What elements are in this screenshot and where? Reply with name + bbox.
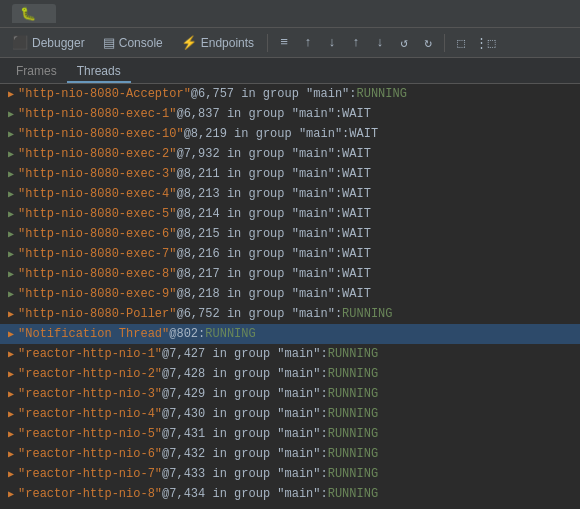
thread-arrow-icon: ▶ xyxy=(8,348,14,360)
thread-status: RUNNING xyxy=(328,367,378,381)
thread-status: WAIT xyxy=(342,167,371,181)
list-item[interactable]: ▶"http-nio-8080-exec-1"@6,837 in group "… xyxy=(0,104,580,124)
tab-console[interactable]: ▤ Console xyxy=(95,32,171,53)
title-bar: 🐛 xyxy=(0,0,580,28)
toolbar-separator-2 xyxy=(444,34,445,52)
thread-info: @6,757 in group "main": xyxy=(191,87,357,101)
list-item[interactable]: ▶"http-nio-8080-exec-10"@8,219 in group … xyxy=(0,124,580,144)
thread-name: "reactor-http-nio-4" xyxy=(18,407,162,421)
list-item[interactable]: ▶"http-nio-8080-exec-5"@8,214 in group "… xyxy=(0,204,580,224)
thread-name: "http-nio-8080-exec-4" xyxy=(18,187,176,201)
list-item[interactable]: ▶"reactor-http-nio-6"@7,432 in group "ma… xyxy=(0,444,580,464)
tab-debugger[interactable]: ⬛ Debugger xyxy=(4,32,93,53)
thread-info: @7,434 in group "main": xyxy=(162,487,328,501)
thread-status: WAIT xyxy=(342,147,371,161)
list-item[interactable]: ▶"Notification Thread"@802: RUNNING xyxy=(0,324,580,344)
toolbar-grid-btn[interactable]: ⋮⬚ xyxy=(474,32,496,54)
thread-status: RUNNING xyxy=(205,327,255,341)
thread-info: @6,837 in group "main": xyxy=(176,107,342,121)
toolbar-step-down-btn[interactable]: ↓ xyxy=(321,32,343,54)
thread-info: @8,218 in group "main": xyxy=(176,287,342,301)
thread-name: "http-nio-8080-exec-6" xyxy=(18,227,176,241)
list-item[interactable]: ▶"http-nio-8080-Acceptor"@6,757 in group… xyxy=(0,84,580,104)
thread-name: "http-nio-8080-Poller" xyxy=(18,307,176,321)
thread-arrow-icon: ▶ xyxy=(8,228,14,240)
list-item[interactable]: ▶"reactor-http-nio-2"@7,428 in group "ma… xyxy=(0,364,580,384)
list-item[interactable]: ▶"http-nio-8080-exec-9"@8,218 in group "… xyxy=(0,284,580,304)
thread-status: RUNNING xyxy=(328,487,378,501)
title-tab[interactable]: 🐛 xyxy=(12,4,56,23)
thread-info: @8,219 in group "main": xyxy=(184,127,350,141)
toolbar-refresh-btn[interactable]: ↺ xyxy=(393,32,415,54)
list-item[interactable]: ▶"http-nio-8080-exec-6"@8,215 in group "… xyxy=(0,224,580,244)
sub-tabs: Frames Threads xyxy=(0,58,580,84)
thread-arrow-icon: ▶ xyxy=(8,308,14,320)
bug-icon: 🐛 xyxy=(20,6,36,21)
thread-info: @7,427 in group "main": xyxy=(162,347,328,361)
thread-arrow-icon: ▶ xyxy=(8,388,14,400)
toolbar-separator-1 xyxy=(267,34,268,52)
thread-status: RUNNING xyxy=(328,347,378,361)
thread-info: @7,430 in group "main": xyxy=(162,407,328,421)
list-item[interactable]: ▶"reactor-http-nio-7"@7,433 in group "ma… xyxy=(0,464,580,484)
thread-name: "http-nio-8080-exec-10" xyxy=(18,127,184,141)
list-item[interactable]: ▶"http-nio-8080-exec-2"@7,932 in group "… xyxy=(0,144,580,164)
list-item[interactable]: ▶"reactor-http-nio-8"@7,434 in group "ma… xyxy=(0,484,580,504)
thread-arrow-icon: ▶ xyxy=(8,408,14,420)
thread-status: RUNNING xyxy=(328,467,378,481)
toolbar-layout-btn[interactable]: ⬚ xyxy=(450,32,472,54)
thread-info: @8,214 in group "main": xyxy=(176,207,342,221)
thread-name: "reactor-http-nio-6" xyxy=(18,447,162,461)
list-item[interactable]: ▶"http-nio-8080-Poller"@6,752 in group "… xyxy=(0,304,580,324)
toolbar-down-btn[interactable]: ↓ xyxy=(369,32,391,54)
list-item[interactable]: ▶"reactor-http-nio-4"@7,430 in group "ma… xyxy=(0,404,580,424)
thread-arrow-icon: ▶ xyxy=(8,468,14,480)
list-item[interactable]: ▶"http-nio-8080-exec-8"@8,217 in group "… xyxy=(0,264,580,284)
thread-arrow-icon: ▶ xyxy=(8,248,14,260)
thread-status: RUNNING xyxy=(328,427,378,441)
toolbar-step-over-btn[interactable]: ↑ xyxy=(297,32,319,54)
toolbar-forward-btn[interactable]: ↻ xyxy=(417,32,439,54)
thread-status: RUNNING xyxy=(328,447,378,461)
toolbar-tabs: ⬛ Debugger ▤ Console ⚡ Endpoints xyxy=(4,32,262,53)
thread-status: WAIT xyxy=(342,287,371,301)
list-item[interactable]: ▶"http-nio-8080-exec-3"@8,211 in group "… xyxy=(0,164,580,184)
list-item[interactable]: ▶"reactor-http-nio-1"@7,427 in group "ma… xyxy=(0,344,580,364)
thread-info: @7,432 in group "main": xyxy=(162,447,328,461)
thread-name: "reactor-http-nio-1" xyxy=(18,347,162,361)
thread-info: @8,211 in group "main": xyxy=(176,167,342,181)
thread-name: "http-nio-8080-exec-2" xyxy=(18,147,176,161)
thread-name: "Notification Thread" xyxy=(18,327,169,341)
thread-arrow-icon: ▶ xyxy=(8,368,14,380)
toolbar-menu-btn[interactable]: ≡ xyxy=(273,32,295,54)
thread-status: RUNNING xyxy=(357,87,407,101)
list-item[interactable]: ▶"reactor-http-nio-3"@7,429 in group "ma… xyxy=(0,384,580,404)
thread-name: "reactor-http-nio-2" xyxy=(18,367,162,381)
thread-name: "http-nio-8080-exec-5" xyxy=(18,207,176,221)
tab-endpoints[interactable]: ⚡ Endpoints xyxy=(173,32,262,53)
thread-arrow-icon: ▶ xyxy=(8,128,14,140)
thread-arrow-icon: ▶ xyxy=(8,188,14,200)
thread-name: "reactor-http-nio-3" xyxy=(18,387,162,401)
toolbar: ⬛ Debugger ▤ Console ⚡ Endpoints ≡ ↑ ↓ ↑… xyxy=(0,28,580,58)
thread-arrow-icon: ▶ xyxy=(8,488,14,500)
list-item[interactable]: ▶"http-nio-8080-exec-7"@8,216 in group "… xyxy=(0,244,580,264)
thread-status: WAIT xyxy=(342,207,371,221)
thread-arrow-icon: ▶ xyxy=(8,428,14,440)
tab-endpoints-label: Endpoints xyxy=(201,36,254,50)
tab-debugger-label: Debugger xyxy=(32,36,85,50)
endpoints-icon: ⚡ xyxy=(181,35,197,50)
sub-tab-frames[interactable]: Frames xyxy=(6,61,67,83)
thread-arrow-icon: ▶ xyxy=(8,108,14,120)
list-item[interactable]: ▶"http-nio-8080-exec-4"@8,213 in group "… xyxy=(0,184,580,204)
toolbar-up-btn[interactable]: ↑ xyxy=(345,32,367,54)
thread-info: @8,216 in group "main": xyxy=(176,247,342,261)
thread-name: "http-nio-8080-exec-1" xyxy=(18,107,176,121)
thread-arrow-icon: ▶ xyxy=(8,88,14,100)
thread-status: WAIT xyxy=(349,127,378,141)
thread-status: RUNNING xyxy=(328,387,378,401)
list-item[interactable]: ▶"reactor-http-nio-5"@7,431 in group "ma… xyxy=(0,424,580,444)
thread-list[interactable]: ▶"http-nio-8080-Acceptor"@6,757 in group… xyxy=(0,84,580,509)
thread-info: @7,429 in group "main": xyxy=(162,387,328,401)
sub-tab-threads[interactable]: Threads xyxy=(67,61,131,83)
